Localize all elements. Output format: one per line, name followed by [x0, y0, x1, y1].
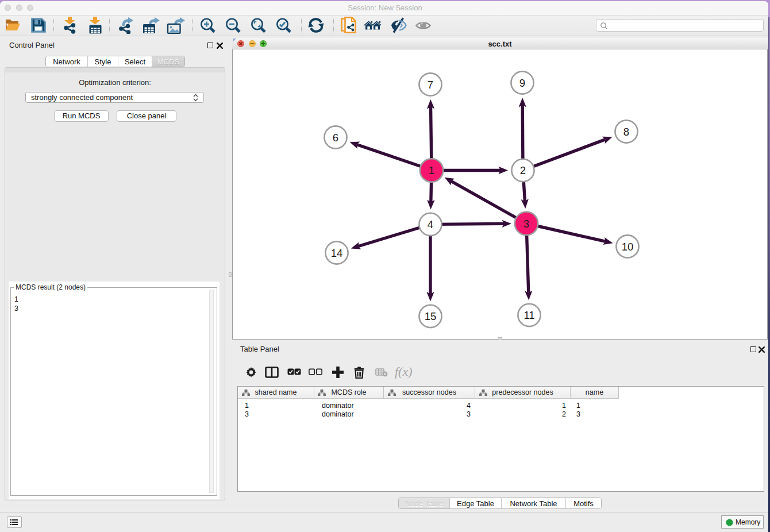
svg-text:2: 2 — [520, 164, 526, 176]
svg-text:8: 8 — [623, 126, 629, 138]
svg-text:6: 6 — [333, 132, 338, 144]
svg-text:7: 7 — [428, 79, 433, 91]
svg-text:15: 15 — [425, 310, 437, 322]
svg-text:1: 1 — [429, 164, 434, 176]
svg-text:3: 3 — [523, 218, 529, 230]
svg-text:9: 9 — [519, 77, 525, 89]
svg-text:10: 10 — [622, 241, 634, 253]
svg-text:14: 14 — [331, 247, 343, 259]
svg-text:11: 11 — [523, 309, 534, 321]
svg-text:4: 4 — [428, 218, 433, 230]
